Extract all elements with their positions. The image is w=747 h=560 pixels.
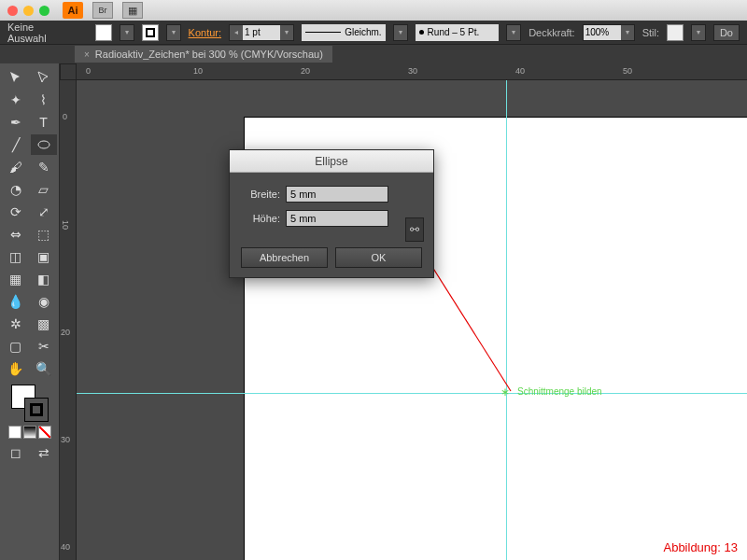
svg-point-0 <box>38 141 49 148</box>
opacity-field[interactable]: ▾ <box>583 24 635 41</box>
figure-caption: Abbildung: 13 <box>663 540 738 554</box>
vertical-ruler[interactable]: 0 10 20 30 40 <box>60 80 77 560</box>
app-badge-ai: Ai <box>63 2 83 19</box>
graph-tool[interactable]: ▩ <box>31 314 57 334</box>
document-tab[interactable]: × Radioaktiv_Zeichen* bei 300 % (CMYK/Vo… <box>75 46 332 63</box>
horizontal-ruler[interactable]: 0 10 20 30 40 50 <box>77 63 747 80</box>
stroke-profile-arrow[interactable]: ▾ <box>393 24 408 41</box>
slice-tool[interactable]: ✂ <box>31 336 57 357</box>
ruler-origin[interactable] <box>60 63 77 80</box>
perspective-tool[interactable]: ▣ <box>31 246 57 267</box>
graphic-style-swatch[interactable] <box>667 24 684 41</box>
stroke-swatch[interactable] <box>142 24 159 41</box>
kontur-label[interactable]: Kontur: <box>189 27 221 38</box>
symbol-sprayer-tool[interactable]: ✲ <box>3 314 29 334</box>
guide-vertical[interactable] <box>506 80 507 560</box>
document-area: 0 10 20 30 40 50 0 10 20 30 40 ∗ Schnitt… <box>60 63 747 560</box>
options-bar: Keine Auswahl ▾ ▾ Kontur: ◂ ▾ Gleichm. ▾… <box>0 21 747 45</box>
screen-mode-toggle[interactable]: ⇄ <box>31 442 57 463</box>
window-titlebar: Ai Br ▦ <box>0 0 747 21</box>
pen-tool[interactable]: ✒ <box>3 112 29 133</box>
line-tool[interactable]: ╱ <box>3 134 29 155</box>
selection-tool[interactable] <box>3 67 29 88</box>
graphic-style-arrow[interactable]: ▾ <box>691 24 706 41</box>
fill-dropdown[interactable]: ▾ <box>120 24 134 41</box>
arrange-docs-button[interactable]: ▦ <box>122 2 143 19</box>
stroke-weight-input[interactable] <box>243 25 280 40</box>
opacity-input[interactable] <box>584 25 621 40</box>
brush-arrow[interactable]: ▾ <box>506 24 521 41</box>
style-label: Stil: <box>642 27 659 38</box>
mesh-tool[interactable]: ▦ <box>3 269 29 289</box>
ok-button[interactable]: OK <box>335 247 422 268</box>
zoom-tool[interactable]: 🔍 <box>31 358 57 379</box>
height-label: Höhe: <box>241 213 280 224</box>
width-label: Breite: <box>241 189 280 200</box>
gradient-tool[interactable]: ◧ <box>31 269 57 289</box>
color-mode-solid[interactable] <box>8 426 21 439</box>
magic-wand-tool[interactable]: ✦ <box>3 90 29 110</box>
fill-swatch[interactable] <box>95 24 112 41</box>
ellipse-dialog: Ellipse Breite: Höhe: ⚯ Abbrechen OK <box>229 149 434 278</box>
opacity-label: Deckkraft: <box>529 27 575 38</box>
stroke-profile-dropdown[interactable]: Gleichm. <box>302 24 386 41</box>
minimize-window-button[interactable] <box>23 6 34 16</box>
stroke-dropdown[interactable]: ▾ <box>166 24 181 41</box>
direct-selection-tool[interactable] <box>31 67 57 88</box>
hand-tool[interactable]: ✋ <box>3 358 29 379</box>
stroke-color-icon[interactable] <box>24 398 49 422</box>
paintbrush-tool[interactable]: 🖌 <box>3 157 29 177</box>
color-mode-swatches <box>8 426 51 439</box>
screen-mode-normal[interactable]: ◻ <box>3 442 29 463</box>
blend-tool[interactable]: ◉ <box>31 291 57 312</box>
document-tab-label: Radioaktiv_Zeichen* bei 300 % (CMYK/Vors… <box>95 49 323 60</box>
constrain-proportions-button[interactable]: ⚯ <box>405 217 424 242</box>
eraser-tool[interactable]: ▱ <box>31 179 57 200</box>
brush-dropdown[interactable]: Rund – 5 Pt. <box>416 24 500 41</box>
cancel-button[interactable]: Abbrechen <box>241 247 328 268</box>
selection-label: Keine Auswahl <box>7 21 75 44</box>
close-tab-icon[interactable]: × <box>84 49 90 60</box>
eyedropper-tool[interactable]: 💧 <box>3 291 29 312</box>
fill-stroke-control[interactable] <box>11 385 49 422</box>
scale-tool[interactable]: ⤢ <box>31 202 57 222</box>
zoom-window-button[interactable] <box>39 6 49 16</box>
pencil-tool[interactable]: ✎ <box>31 157 57 177</box>
shape-builder-tool[interactable]: ◫ <box>3 246 29 267</box>
free-transform-tool[interactable]: ⬚ <box>31 224 57 245</box>
stroke-weight-field[interactable]: ◂ ▾ <box>229 24 294 41</box>
guide-horizontal[interactable] <box>77 393 747 394</box>
width-input[interactable] <box>286 186 388 203</box>
width-tool[interactable]: ⇔ <box>3 224 29 245</box>
height-input[interactable] <box>286 210 388 227</box>
lasso-tool[interactable]: ⌇ <box>31 90 57 110</box>
tool-panel: ✦ ⌇ ✒ T ╱ 🖌 ✎ ◔ ▱ ⟳ ⤢ ⇔ ⬚ ◫ ▣ ▦ ◧ 💧 ◉ ✲ … <box>0 63 60 560</box>
bridge-button[interactable]: Br <box>92 2 113 19</box>
close-window-button[interactable] <box>7 6 18 16</box>
smart-guide-hint: Schnittmenge bilden <box>517 386 602 397</box>
type-tool[interactable]: T <box>31 112 57 133</box>
rotate-tool[interactable]: ⟳ <box>3 202 29 222</box>
dialog-title: Ellipse <box>230 150 433 173</box>
do-button[interactable]: Do <box>713 24 740 41</box>
document-tab-bar: × Radioaktiv_Zeichen* bei 300 % (CMYK/Vo… <box>0 45 747 63</box>
color-mode-gradient[interactable] <box>23 426 36 439</box>
ellipse-tool[interactable] <box>31 134 57 155</box>
blob-brush-tool[interactable]: ◔ <box>3 179 29 200</box>
color-mode-none[interactable] <box>38 426 51 439</box>
artboard-tool[interactable]: ▢ <box>3 336 29 357</box>
intersection-marker: ∗ <box>500 385 510 399</box>
